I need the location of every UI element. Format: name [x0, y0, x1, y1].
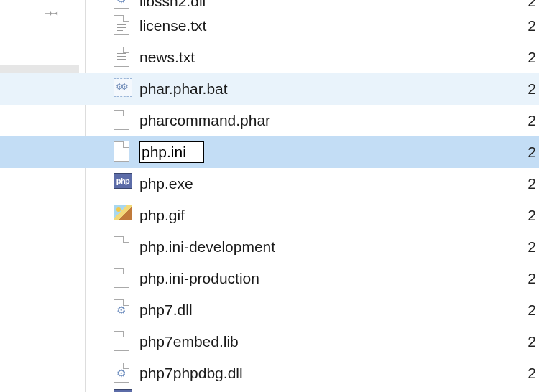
file-row[interactable]: license.txt2 [105, 10, 539, 42]
file-date-partial: 2 [528, 80, 536, 98]
sidebar [0, 0, 85, 392]
file-row[interactable]: libssh2.dll2 [105, 0, 539, 10]
file-date-partial: 2 [528, 0, 536, 10]
file-name: pharcommand.phar [139, 112, 270, 129]
dll-file-icon [114, 0, 132, 10]
file-row[interactable]: php7phpdbg.dll2 [105, 358, 539, 389]
file-row[interactable]: php.ini-production2 [105, 263, 539, 294]
file-date-partial: 2 [528, 144, 536, 161]
file-row[interactable]: php7.dll2 [105, 294, 539, 326]
file-date-partial: 2 [528, 175, 536, 192]
dll-file-icon [114, 299, 132, 321]
file-row[interactable]: php.gif2 [105, 200, 539, 231]
blank-file-icon [114, 268, 132, 289]
file-name: php7phpdbg.dll [139, 365, 243, 382]
file-name: phar.phar.bat [139, 80, 228, 98]
file-name: php.ini-production [139, 270, 259, 287]
file-date-partial: 2 [528, 112, 536, 129]
file-row[interactable]: pharcommand.phar2 [105, 105, 539, 136]
file-name: php.ini-development [139, 238, 275, 256]
image-file-icon [114, 205, 132, 226]
blank-file-icon [114, 110, 132, 131]
blank-file-icon [114, 331, 132, 353]
file-row[interactable]: phpphp-cgi.exe2 [105, 389, 539, 392]
file-row[interactable]: phar.phar.bat2 [0, 73, 539, 105]
file-date-partial: 2 [528, 389, 536, 392]
file-row[interactable]: 2 [0, 136, 539, 168]
text-file-icon [114, 47, 132, 68]
file-name: php.exe [139, 175, 193, 192]
blank-file-icon [114, 141, 132, 163]
file-date-partial: 2 [528, 207, 536, 224]
blank-file-icon [114, 236, 132, 258]
file-date-partial: 2 [528, 49, 536, 66]
file-row[interactable]: php.ini-development2 [105, 231, 539, 263]
file-date-partial: 2 [528, 365, 536, 382]
file-name: php7.dll [139, 302, 193, 319]
divider [85, 0, 86, 392]
file-date-partial: 2 [528, 238, 536, 256]
file-list: libssh2.dll2license.txt2news.txt2phar.ph… [105, 0, 539, 392]
file-row[interactable]: phpphp.exe2 [105, 168, 539, 200]
php-exe-icon: php [114, 173, 132, 195]
file-name: php.gif [139, 207, 185, 224]
file-date-partial: 2 [528, 270, 536, 287]
file-name: license.txt [139, 17, 206, 34]
file-name: php7embed.lib [139, 333, 239, 350]
file-row[interactable]: php7embed.lib2 [105, 326, 539, 358]
text-file-icon [114, 15, 132, 37]
file-date-partial: 2 [528, 302, 536, 319]
dll-file-icon [114, 363, 132, 384]
file-name: php-cgi.exe [139, 389, 218, 392]
file-row[interactable]: news.txt2 [105, 42, 539, 73]
file-date-partial: 2 [528, 333, 536, 350]
file-date-partial: 2 [528, 17, 536, 34]
file-rename-input[interactable] [139, 141, 204, 163]
file-name: libssh2.dll [139, 0, 206, 10]
file-name: news.txt [139, 49, 195, 66]
php-exe-icon: php [114, 389, 132, 392]
pin-icon[interactable] [45, 4, 60, 20]
bat-file-icon [114, 78, 132, 100]
